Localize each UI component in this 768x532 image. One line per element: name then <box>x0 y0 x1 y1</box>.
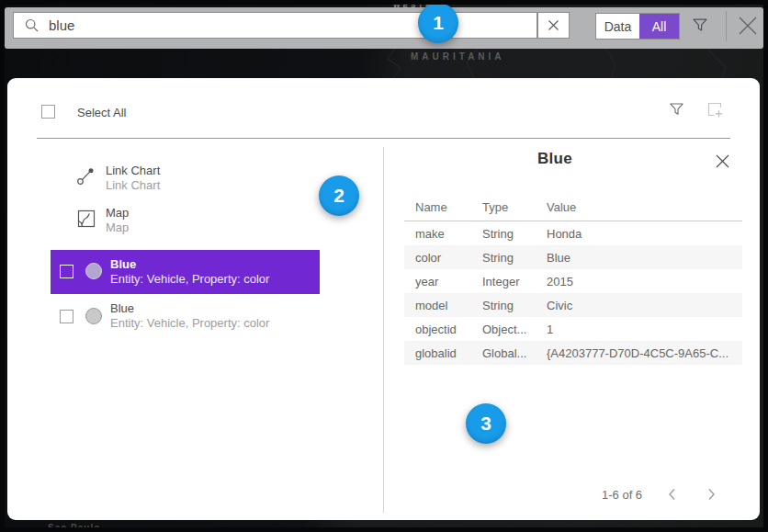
cell-type: Global... <box>482 346 526 360</box>
filter-funnel-icon[interactable] <box>691 16 709 34</box>
clear-x-icon <box>548 19 559 31</box>
results-filter-funnel-icon[interactable] <box>669 101 685 118</box>
table-row: make String Honda <box>404 221 742 245</box>
result-subtitle: Link Chart <box>106 178 160 193</box>
cell-value: 2015 <box>547 275 573 289</box>
result-subtitle: Entity: Vehicle, Property: color <box>110 316 269 331</box>
toolbar-divider <box>726 11 727 41</box>
cell-type: String <box>482 299 514 312</box>
result-title: Link Chart <box>106 164 160 178</box>
properties-table: Name Type Value make String Honda color … <box>404 197 742 365</box>
table-row: model String Civic <box>404 293 742 317</box>
result-item-map[interactable]: Map Map <box>51 202 320 243</box>
link-chart-icon <box>76 165 96 189</box>
select-all-label: Select All <box>77 106 126 119</box>
cell-value: {A4203777-D70D-4C5C-9A65-C... <box>547 346 728 360</box>
column-header: Type <box>482 200 508 214</box>
annotation-badge-3: 3 <box>466 403 506 444</box>
list-detail-divider <box>383 147 384 513</box>
entity-circle-icon <box>85 263 102 279</box>
cell-type: Object... <box>482 323 526 336</box>
cell-type: Integer <box>482 275 519 289</box>
table-header-row: Name Type Value <box>404 197 742 221</box>
column-header: Value <box>547 200 576 214</box>
map-label-bottom: Sao Paulo <box>48 523 100 532</box>
search-input[interactable] <box>49 17 453 33</box>
cell-name: globalid <box>415 346 457 360</box>
result-title: Blue <box>110 301 269 316</box>
column-header: Name <box>415 200 447 214</box>
result-checkbox[interactable] <box>60 310 73 323</box>
table-row: color String Blue <box>404 245 742 269</box>
pagination-prev-icon[interactable] <box>667 487 687 504</box>
cell-name: model <box>415 299 447 312</box>
map-icon <box>77 209 96 232</box>
result-checkbox[interactable] <box>60 265 73 278</box>
cell-value: Honda <box>547 227 582 241</box>
cell-value: 1 <box>547 323 553 336</box>
toggle-option-all[interactable]: All <box>639 14 679 39</box>
table-row: year Integer 2015 <box>404 269 742 293</box>
data-all-toggle: Data All <box>595 13 680 40</box>
cell-name: make <box>415 227 445 241</box>
table-row: objectid Object... 1 <box>404 317 742 341</box>
toggle-option-data[interactable]: Data <box>596 14 639 39</box>
search-toolbar: Data All <box>5 7 763 49</box>
app-screen: WESTER MAURITANIA Sao Paulo Data All <box>0 0 768 532</box>
map-label-mauritania: MAURITANIA <box>411 51 505 62</box>
search-box[interactable] <box>13 12 537 39</box>
table-row: globalid Global... {A4203777-D70D-4C5C-9… <box>404 341 742 365</box>
pagination-label: 1-6 of 6 <box>602 488 642 502</box>
cell-type: String <box>482 227 514 241</box>
cell-value: Blue <box>547 251 570 265</box>
result-title: Blue <box>110 257 269 272</box>
result-item-blue-selected[interactable]: Blue Entity: Vehicle, Property: color <box>51 250 320 294</box>
annotation-badge-2: 2 <box>319 175 359 216</box>
detail-close-icon[interactable] <box>715 153 730 169</box>
annotation-badge-1: 1 <box>418 3 458 43</box>
result-title: Map <box>106 206 129 221</box>
add-to-selection-icon[interactable] <box>707 102 724 119</box>
results-panel: Select All Link Chart Link Chart Map <box>7 78 760 520</box>
cell-name: year <box>415 275 438 289</box>
cell-name: objectid <box>415 323 457 336</box>
pagination-next-icon[interactable] <box>706 487 726 504</box>
close-search-icon[interactable] <box>736 14 760 38</box>
entity-circle-icon <box>85 308 102 324</box>
select-all-checkbox[interactable] <box>41 105 55 119</box>
cell-type: String <box>482 251 514 265</box>
search-icon <box>25 18 39 32</box>
cell-name: color <box>415 251 441 265</box>
result-subtitle: Entity: Vehicle, Property: color <box>110 272 269 287</box>
result-item-link-chart[interactable]: Link Chart Link Chart <box>51 160 320 200</box>
header-divider <box>37 138 730 139</box>
cell-value: Civic <box>547 299 572 312</box>
detail-title: Blue <box>397 150 713 168</box>
result-subtitle: Map <box>106 221 129 235</box>
result-item-blue[interactable]: Blue Entity: Vehicle, Property: color <box>51 296 320 338</box>
clear-search-button[interactable] <box>537 12 570 39</box>
